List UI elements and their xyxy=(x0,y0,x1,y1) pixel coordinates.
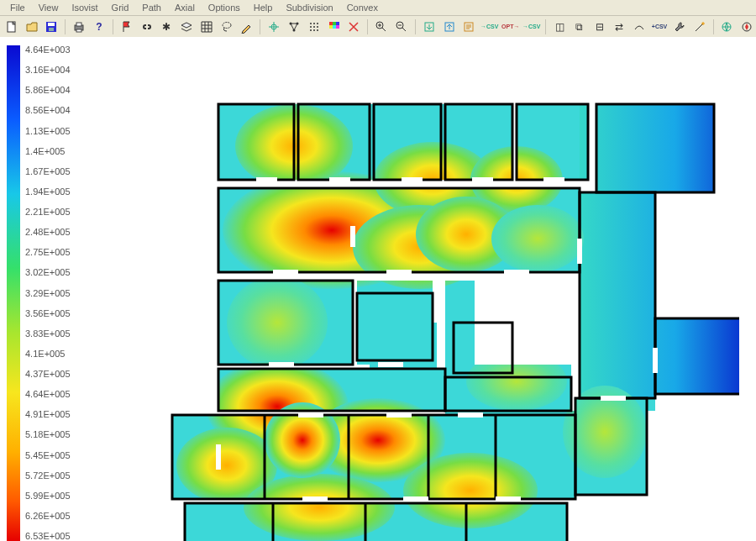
export-csv2-icon[interactable]: →CSV xyxy=(522,17,541,36)
svg-point-13 xyxy=(313,23,315,24)
menu-grid[interactable]: Grid xyxy=(105,2,136,13)
color-legend: 4.64E+0033.16E+0045.86E+0048.56E+0041.13… xyxy=(7,45,71,541)
pencil-icon[interactable] xyxy=(238,17,256,36)
legend-value: 1.67E+005 xyxy=(25,167,71,176)
svg-point-12 xyxy=(310,23,312,24)
legend-value: 1.13E+005 xyxy=(25,127,71,136)
legend-value: 2.21E+005 xyxy=(25,207,71,217)
dots-icon[interactable] xyxy=(305,17,323,36)
legend-value: 5.72E+005 xyxy=(25,471,71,481)
compass-icon[interactable] xyxy=(738,17,756,36)
open-icon[interactable] xyxy=(23,17,41,36)
legend-value: 3.02E+005 xyxy=(25,268,71,277)
svg-point-19 xyxy=(313,29,315,31)
zoom-out-icon[interactable] xyxy=(392,17,411,36)
export-c-icon[interactable] xyxy=(459,17,478,36)
pipe-icon[interactable] xyxy=(630,17,648,36)
legend-value: 5.99E+005 xyxy=(25,491,71,501)
mesh-icon[interactable]: ✱ xyxy=(157,17,176,36)
layer-icon[interactable] xyxy=(177,17,196,36)
svg-point-62 xyxy=(244,474,395,541)
svg-point-64 xyxy=(466,352,567,411)
legend-value: 6.26E+005 xyxy=(25,512,71,521)
bolt-csv-icon[interactable]: +CSV xyxy=(650,17,669,36)
legend-value: 5.18E+005 xyxy=(25,430,71,439)
svg-rect-25 xyxy=(333,25,336,29)
colorgrid-icon[interactable] xyxy=(325,17,344,36)
crosshair-analysis-icon[interactable] xyxy=(265,17,283,36)
print-icon[interactable] xyxy=(70,17,88,36)
globe-icon[interactable] xyxy=(717,17,736,36)
layer-shift-icon[interactable]: ⇄ xyxy=(611,17,629,36)
legend-value: 2.75E+005 xyxy=(25,248,71,257)
legend-colorbar xyxy=(7,45,20,541)
menu-options[interactable]: Options xyxy=(202,2,247,13)
legend-value: 4.1E+005 xyxy=(25,349,71,359)
menu-help[interactable]: Help xyxy=(247,2,280,13)
layer-action1-icon[interactable]: ◫ xyxy=(550,17,569,36)
svg-point-63 xyxy=(403,453,538,528)
layer-action2-icon[interactable]: ⧉ xyxy=(570,17,589,36)
svg-rect-21 xyxy=(329,22,333,25)
legend-value: 6.53E+005 xyxy=(25,532,71,541)
legend-value: 4.91E+005 xyxy=(25,410,71,419)
export-csv-icon[interactable]: →CSV xyxy=(480,17,499,36)
legend-value: 1.94E+005 xyxy=(25,187,71,197)
menu-view[interactable]: View xyxy=(32,2,66,13)
menu-bar: File View Isovist Grid Path Axial Option… xyxy=(0,0,756,16)
export-a-icon[interactable] xyxy=(420,17,438,36)
svg-rect-24 xyxy=(329,25,333,29)
svg-point-15 xyxy=(310,26,312,28)
svg-point-17 xyxy=(317,26,318,28)
svg-point-16 xyxy=(313,26,315,28)
menu-file[interactable]: File xyxy=(3,2,32,13)
svg-point-14 xyxy=(317,23,318,24)
lasso-icon[interactable] xyxy=(218,17,236,36)
legend-value: 5.45E+005 xyxy=(25,451,71,460)
legend-value: 2.48E+005 xyxy=(25,228,71,237)
legend-value: 1.4E+005 xyxy=(25,147,71,156)
grid-icon[interactable] xyxy=(197,17,216,36)
new-file-icon[interactable] xyxy=(3,17,21,36)
svg-point-58 xyxy=(227,276,328,369)
menu-convex[interactable]: Convex xyxy=(340,2,385,13)
svg-point-18 xyxy=(310,29,312,31)
svg-point-7 xyxy=(223,22,231,28)
legend-value: 4.64E+005 xyxy=(25,390,71,399)
layer-merge-icon[interactable]: ⊟ xyxy=(591,17,609,36)
menu-axial[interactable]: Axial xyxy=(168,2,202,13)
app-window: File View Isovist Grid Path Axial Option… xyxy=(0,0,756,541)
legend-value: 4.64E+003 xyxy=(25,45,71,55)
zoom-in-icon[interactable] xyxy=(372,17,391,36)
menu-path[interactable]: Path xyxy=(135,2,168,13)
toolbar: ? ✱ →CSV OPT→ →CSV ◫ ⧉ ⊟ ⇄ +CSV xyxy=(0,16,756,38)
flag-icon[interactable] xyxy=(118,17,136,36)
svg-rect-2 xyxy=(48,23,55,26)
content-area: 4.64E+0033.16E+0045.86E+0048.56E+0041.13… xyxy=(0,37,756,541)
legend-value: 4.37E+005 xyxy=(25,370,71,379)
svg-point-66 xyxy=(491,205,584,272)
svg-rect-6 xyxy=(76,29,81,32)
svg-rect-26 xyxy=(336,25,339,29)
svg-rect-3 xyxy=(49,28,54,31)
nodes-icon[interactable] xyxy=(285,17,303,36)
export-b-icon[interactable] xyxy=(440,17,459,36)
chain-icon[interactable] xyxy=(138,17,156,36)
help-icon[interactable]: ? xyxy=(90,17,108,36)
svg-rect-22 xyxy=(333,22,336,25)
heatmap-canvas[interactable] xyxy=(134,71,739,541)
legend-value: 3.83E+005 xyxy=(25,329,71,339)
wand-icon[interactable] xyxy=(690,17,709,36)
wrench-icon[interactable] xyxy=(670,17,689,36)
svg-rect-5 xyxy=(76,23,81,26)
legend-value: 5.86E+004 xyxy=(25,86,71,95)
import-opt-icon[interactable]: OPT→ xyxy=(501,17,520,36)
menu-isovist[interactable]: Isovist xyxy=(65,2,104,13)
legend-labels: 4.64E+0033.16E+0045.86E+0048.56E+0041.13… xyxy=(20,45,71,541)
legend-value: 3.16E+004 xyxy=(25,66,71,75)
diagonal-cross-icon[interactable] xyxy=(345,17,364,36)
legend-value: 8.56E+004 xyxy=(25,106,71,115)
save-icon[interactable] xyxy=(43,17,61,36)
svg-rect-23 xyxy=(336,22,339,25)
menu-subdivision[interactable]: Subdivision xyxy=(279,2,339,13)
